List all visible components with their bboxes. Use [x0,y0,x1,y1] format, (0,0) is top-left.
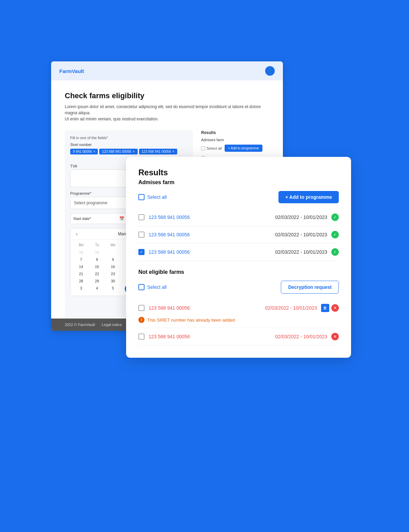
siret-tags: 9 941 00056 × 123 568 941 00056 × 123 56… [70,149,187,154]
admits-farm-number-3: 123 568 941 00056 [149,249,271,255]
page-description: Lorem ipsum dolor sit amet, consectetur … [65,104,269,122]
tag-3[interactable]: 123 568 941 00056 × [139,149,177,154]
calendar-icon: 📅 [119,216,124,221]
not-eligible-farm-row-2: 123 568 941 00056 02/03/2022 - 10/01/202… [138,328,339,345]
not-eligible-farm-date-1: 02/03/2022 - 10/01/2023 [265,305,317,311]
tag-2-remove[interactable]: × [133,150,135,153]
section-label: Fill in one of the fields* [70,136,187,140]
admises-front-heading: Admises farm [138,179,339,186]
admits-farm-number-2: 123 568 941 00056 [149,232,271,237]
cal-cell[interactable]: 3 [73,285,89,293]
warning-row-1: ! This SIRET number has already been add… [138,313,339,326]
cal-cell[interactable]: 22 [89,270,105,277]
remove-icon[interactable]: ✕ [331,304,339,312]
tag-1-remove[interactable]: × [93,150,95,153]
decryption-request-button[interactable]: Decryption request [281,281,339,294]
admits-farm-date-3: 02/03/2022 - 10/01/2023 [275,249,327,255]
select-all-not-eligible-label: Select all [147,284,167,290]
admits-farm-checkbox-2[interactable] [138,232,145,238]
start-date-field[interactable]: Start date* 📅 [70,213,127,224]
not-eligible-farm-number-1: 123 568 941 00056 [149,305,261,311]
not-eligible-actions-row: Select all Decryption request [138,281,339,294]
admits-farm-check-2: ✓ [331,231,339,238]
cal-cell[interactable]: 14 [73,263,89,270]
cal-cell[interactable]: 16 [105,263,121,270]
cal-cell[interactable]: 29 [89,278,105,284]
add-programme-button[interactable]: + Add to programme [278,191,339,203]
not-eligible-farm-date-2: 02/03/2022 - 10/01/2023 [275,334,327,339]
cal-cell[interactable]: 23 [105,270,121,277]
admits-farm-check-1: ✓ [331,213,339,221]
select-all-not-eligible[interactable]: Select all [138,284,167,290]
not-eligible-farm-checkbox-2[interactable] [138,334,145,340]
admits-farm-row-3: ✓ 123 568 941 00056 02/03/2022 - 10/01/2… [138,243,339,261]
siret-label: Siret number [70,143,187,147]
footer-copyright: 2022 © FarmVault [65,323,95,327]
card-header: FarmVault 👤 [51,61,283,80]
add-to-programme-sidebar[interactable]: + Add to programme [225,145,262,152]
select-all-not-eligible-checkbox[interactable] [138,284,145,290]
admits-sidebar-label: Admises farm [201,138,269,142]
cal-cell[interactable] [105,249,121,256]
cal-cell[interactable]: 7 [73,256,89,263]
admits-actions-row: Select all + Add to programme [138,191,339,203]
select-all-admits-checkbox[interactable] [138,194,145,200]
results-front-card: Results Admises farm Select all + Add to… [126,157,351,358]
admits-farm-row-1: 123 568 941 00056 02/03/2022 - 10/01/202… [138,209,339,226]
not-eligible-heading: Not eligible farms [138,269,339,275]
cal-cell[interactable]: 30 [105,278,121,284]
admits-farm-checkbox-3-checked[interactable]: ✓ [138,249,145,255]
prev-month-button[interactable]: ‹ [75,231,79,237]
cal-cell[interactable]: 8 [89,256,105,263]
not-eligible-farm-actions-1: 🗑 ✕ [321,304,339,312]
cal-cell[interactable]: 4 [89,285,105,293]
tag-1[interactable]: 9 941 00056 × [70,149,98,154]
cal-cell[interactable]: 28 [73,278,89,284]
not-eligible-farm-group-1: 123 568 941 00056 02/03/2022 - 10/01/202… [138,299,339,328]
cal-cell[interactable]: 28 [73,249,89,256]
not-eligible-farm-checkbox-1[interactable] [138,305,145,311]
not-eligible-farm-row-1: 123 568 941 00056 02/03/2022 - 10/01/202… [138,299,339,313]
admits-farm-check-3: ✓ [331,248,339,256]
not-eligible-section: Not eligible farms Select all Decryption… [138,269,339,345]
cal-cell[interactable]: 5 [105,285,121,293]
trash-icon[interactable]: 🗑 [321,304,329,312]
day-we: We [105,242,121,248]
select-all-checkbox-sidebar[interactable] [201,146,205,150]
admits-farm-number-1: 123 568 941 00056 [149,215,271,220]
results-front-title: Results [138,168,339,177]
app-logo: FarmVault [59,68,84,74]
page-title: Check farms eligibility [65,91,269,100]
warning-icon-1: ! [138,317,145,323]
day-mo: Mo [73,242,89,248]
remove-icon-2[interactable]: ✕ [331,333,339,340]
tag-3-remove[interactable]: × [172,150,175,153]
select-all-admits[interactable]: Select all [138,194,167,200]
footer-legal-link[interactable]: Legal notice [102,323,122,327]
cal-cell[interactable]: 29 [89,249,105,256]
not-eligible-farm-number-2: 123 568 941 00056 [149,334,271,339]
day-tu: Tu [89,242,105,248]
results-sidebar-title: Results [201,130,269,135]
select-all-sidebar[interactable]: Select all [201,146,222,150]
admits-sidebar-actions: Select all + Add to programme [201,145,269,152]
select-all-admits-label: Select all [147,194,167,200]
cal-cell[interactable]: 15 [89,263,105,270]
admits-farm-row-2: 123 568 941 00056 02/03/2022 - 10/01/202… [138,226,339,243]
admits-farm-date-2: 02/03/2022 - 10/01/2023 [275,232,327,237]
cal-cell[interactable]: 9 [105,256,121,263]
cal-cell[interactable]: 21 [73,270,89,277]
admits-farm-date-1: 02/03/2022 - 10/01/2023 [275,215,327,220]
user-icon[interactable]: 👤 [265,66,275,76]
admits-farm-checkbox-1[interactable] [138,214,145,220]
tag-2[interactable]: 123 568 941 00056 × [99,149,137,154]
warning-text-1: This SIRET number has already been added [147,317,235,323]
